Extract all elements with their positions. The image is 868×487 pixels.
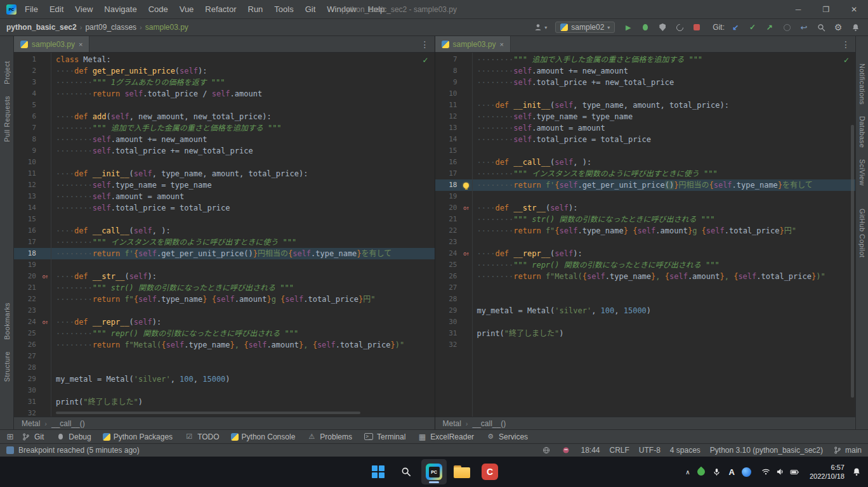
git-push-button[interactable] bbox=[763, 22, 776, 33]
status-18-44[interactable]: 18:44 bbox=[581, 446, 600, 455]
code-line-29[interactable]: 29my_metal = Metal('silver', 100, 15000) bbox=[14, 373, 435, 385]
run-config-select[interactable]: sample02▾ bbox=[555, 22, 615, 33]
code-line-3[interactable]: 3········""" 1グラムあたりの価格を返す """ bbox=[14, 77, 435, 88]
code-line-30[interactable]: 30 bbox=[14, 385, 435, 396]
line-number[interactable]: 18 bbox=[435, 179, 461, 191]
line-number[interactable]: 30 bbox=[435, 316, 461, 328]
stripe-notifications[interactable]: Notifications bbox=[858, 58, 866, 110]
status-globe[interactable] bbox=[541, 445, 551, 455]
line-number[interactable]: 21 bbox=[14, 282, 39, 294]
toolwindow-excelreader[interactable]: ExcelReader bbox=[411, 432, 480, 442]
line-number[interactable]: 17 bbox=[14, 237, 39, 248]
code-line-17[interactable]: 17········""" インスタンスを関数のように呼び出すときに使う """ bbox=[435, 168, 856, 179]
code-line-26[interactable]: 26········return f"Metal({self.type_name… bbox=[14, 339, 435, 351]
stop-button[interactable] bbox=[690, 22, 703, 33]
ime-mode-indicator[interactable]: A bbox=[729, 467, 735, 477]
line-number[interactable]: 13 bbox=[14, 191, 39, 202]
line-number[interactable]: 31 bbox=[14, 396, 39, 408]
line-number[interactable]: 19 bbox=[14, 259, 39, 271]
line-number[interactable]: 12 bbox=[435, 111, 461, 122]
editor-body-left[interactable]: 1class Metal:2····def get_per_unit_price… bbox=[14, 53, 435, 417]
code-line-16[interactable]: 16····def __call__(self, ): bbox=[435, 157, 856, 168]
stripe-database[interactable]: Database bbox=[858, 110, 866, 153]
toolwindow-python-packages[interactable]: Python Packages bbox=[97, 432, 178, 441]
toolwindow-problems[interactable]: Problems bbox=[301, 432, 358, 442]
breadcrumb-item[interactable]: python_basic_sec2 bbox=[6, 23, 77, 32]
code-line-9[interactable]: 9········self.total_price += new_total_p… bbox=[14, 145, 435, 157]
maximize-button[interactable]: ❐ bbox=[812, 0, 840, 19]
user-menu[interactable]: ▾ bbox=[532, 22, 548, 33]
crumb-method[interactable]: __call__() bbox=[51, 419, 85, 428]
line-number[interactable]: 32 bbox=[14, 408, 39, 417]
code-line-15[interactable]: 15 bbox=[14, 214, 435, 225]
line-number[interactable]: 7 bbox=[14, 122, 39, 134]
status-python-3-10-python-basic-sec2-[interactable]: Python 3.10 (python_basic_sec2) bbox=[710, 446, 823, 455]
code-line-25[interactable]: 25········""" repr() 関数の引数になったときに呼び出される … bbox=[435, 259, 856, 271]
stripe-bookmarks[interactable]: Bookmarks bbox=[3, 297, 11, 346]
code-line-1[interactable]: 1class Metal: bbox=[14, 54, 435, 65]
code-line-27[interactable]: 27 bbox=[435, 282, 856, 294]
line-number[interactable]: 8 bbox=[435, 65, 461, 77]
editor-body-right[interactable]: 7········""" 追加で入手した金属の重さと価格を追加する """8··… bbox=[435, 53, 856, 417]
line-number[interactable]: 29 bbox=[14, 373, 39, 385]
menu-refactor[interactable]: Refactor bbox=[199, 0, 242, 19]
code-line-11[interactable]: 11····def __init__(self, type_name, amou… bbox=[435, 100, 856, 111]
crumb-class[interactable]: Metal bbox=[443, 419, 461, 428]
line-number[interactable]: 20 bbox=[14, 271, 39, 282]
git-rollback-button[interactable] bbox=[798, 22, 810, 33]
toolwindow-python-console[interactable]: Python Console bbox=[225, 432, 301, 441]
status-4-spaces[interactable]: 4 spaces bbox=[670, 446, 700, 455]
code-line-23[interactable]: 23 bbox=[14, 305, 435, 316]
crumb-method[interactable]: __call__() bbox=[473, 419, 506, 428]
code-line-18[interactable]: 18········return f'{self.get_per_unit_pr… bbox=[14, 248, 435, 259]
minimize-button[interactable]: ─ bbox=[784, 0, 812, 19]
tab-sample03-split[interactable]: sample03.py × bbox=[435, 36, 511, 52]
line-number[interactable]: 16 bbox=[435, 157, 461, 168]
code-line-8[interactable]: 8········self.amount += new_amount bbox=[435, 65, 856, 77]
crumb-class[interactable]: Metal bbox=[22, 419, 40, 428]
code-line-11[interactable]: 11····def __init__(self, type_name, amou… bbox=[14, 168, 435, 179]
code-line-31[interactable]: 31print("終了しました") bbox=[435, 328, 856, 339]
code-line-9[interactable]: 9········self.total_price += new_total_p… bbox=[435, 77, 856, 88]
line-number[interactable]: 14 bbox=[14, 202, 39, 214]
horizontal-scrollbar[interactable] bbox=[56, 412, 360, 414]
taskbar-search-button[interactable] bbox=[393, 459, 419, 484]
code-line-24[interactable]: 24o↑····def __repr__(self): bbox=[14, 316, 435, 328]
menu-vue[interactable]: Vue bbox=[174, 0, 200, 19]
code-line-12[interactable]: 12········self.type_name = type_name bbox=[435, 111, 856, 122]
toolwindow-git[interactable]: Git bbox=[15, 432, 49, 442]
code-line-10[interactable]: 10 bbox=[435, 88, 856, 100]
code-line-2[interactable]: 2····def get_per_unit_price(self): bbox=[14, 65, 435, 77]
code-line-30[interactable]: 30 bbox=[435, 316, 856, 328]
inspection-ok-icon[interactable]: ✓ bbox=[422, 56, 428, 65]
line-number[interactable]: 25 bbox=[435, 259, 461, 271]
override-method-icon[interactable]: o↑ bbox=[43, 316, 48, 328]
code-line-29[interactable]: 29my_metal = Metal('silver', 100, 15000) bbox=[435, 305, 856, 316]
line-number[interactable]: 10 bbox=[14, 157, 39, 168]
line-number[interactable]: 23 bbox=[14, 305, 39, 316]
line-number[interactable]: 28 bbox=[14, 362, 39, 373]
start-button[interactable] bbox=[365, 459, 391, 484]
tab-close-icon[interactable]: × bbox=[79, 41, 82, 48]
code-line-23[interactable]: 23 bbox=[435, 237, 856, 248]
microphone-icon[interactable] bbox=[712, 467, 722, 477]
line-number[interactable]: 18 bbox=[14, 248, 39, 259]
code-line-21[interactable]: 21········""" str() 関数の引数になったときに呼び出される "… bbox=[14, 282, 435, 294]
notifications-button[interactable] bbox=[849, 22, 862, 33]
menu-view[interactable]: View bbox=[69, 0, 98, 19]
code-line-31[interactable]: 31print("終了しました") bbox=[14, 396, 435, 408]
line-number[interactable]: 22 bbox=[435, 225, 461, 237]
code-line-26[interactable]: 26········return f"Metal({self.type_name… bbox=[435, 271, 856, 282]
code-line-19[interactable]: 19 bbox=[435, 191, 856, 202]
code-line-27[interactable]: 27 bbox=[14, 351, 435, 362]
menu-tools[interactable]: Tools bbox=[268, 0, 299, 19]
line-number[interactable]: 16 bbox=[14, 225, 39, 237]
code-line-21[interactable]: 21········""" str() 関数の引数になったときに呼び出される "… bbox=[435, 214, 856, 225]
settings-button[interactable] bbox=[832, 22, 845, 33]
code-line-14[interactable]: 14········self.total_price = total_price bbox=[435, 134, 856, 145]
line-number[interactable]: 14 bbox=[435, 134, 461, 145]
git-history-button[interactable] bbox=[780, 22, 793, 33]
line-number[interactable]: 26 bbox=[14, 339, 39, 351]
code-line-7[interactable]: 7········""" 追加で入手した金属の重さと価格を追加する """ bbox=[435, 54, 856, 65]
git-commit-button[interactable] bbox=[746, 22, 759, 33]
